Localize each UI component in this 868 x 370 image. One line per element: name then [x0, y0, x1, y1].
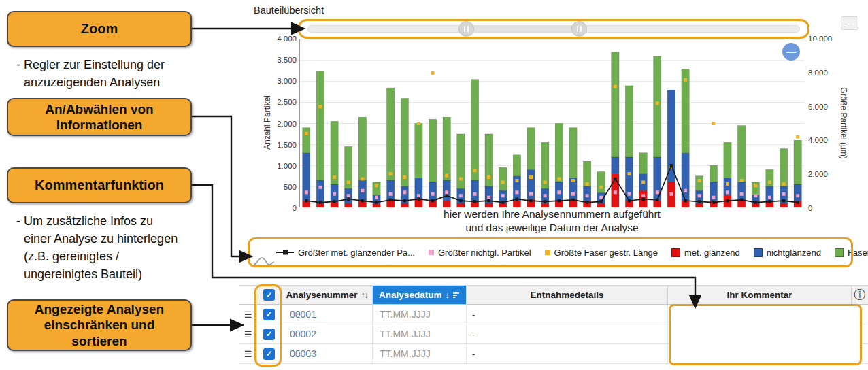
green-bar-swatch	[835, 248, 844, 257]
analysis-details: -	[467, 305, 668, 324]
legend-item-groesste-faser[interactable]: Größte Faser gestr. Länge	[545, 248, 658, 258]
row-drag-handle[interactable]: ☰	[239, 305, 257, 324]
callout-restrict-sort: Angezeigte Analysen einschränken und sor…	[7, 299, 192, 351]
column-header-analysenummer[interactable]: Analysenummer ↑↓	[282, 286, 373, 304]
table-row: ☰ ✓ 00001 TT.MM.JJJJ -	[239, 305, 868, 324]
row-checkbox[interactable]: ✓	[263, 348, 275, 360]
legend-item-nichtglaenzend[interactable]: nichtglänzend	[754, 248, 821, 258]
comment-note: - Um zusätzliche Infos zu einer Analyse …	[16, 212, 178, 283]
row-checkbox[interactable]: ✓	[263, 329, 275, 340]
y-axis-right-title: Größe Partikel (µm)	[839, 55, 848, 191]
callout-comment: Kommentarfunktion	[7, 167, 192, 203]
callout-zoom: Zoom	[7, 11, 192, 47]
chart-legend: Größter met. glänzender Pa... Größter ni…	[248, 237, 853, 267]
chart-zoom-out-button[interactable]: —	[782, 43, 800, 61]
arrow-toggle-info	[192, 116, 239, 256]
analysis-date: TT.MM.JJJJ	[373, 305, 467, 324]
check-icon: ✓	[265, 290, 272, 300]
row-checkbox-cell: ✓	[257, 305, 282, 324]
distribution-curve-icon	[253, 256, 275, 267]
info-cell: ⓘ	[852, 286, 868, 304]
analysis-number[interactable]: 00002	[282, 324, 373, 343]
zoom-slider-selected-range[interactable]	[467, 26, 580, 32]
y-axis-left-ticks: 4.000 3.500 3.000 2.500 2.000 1.500 1.00…	[269, 35, 297, 212]
sort-toggle-icon: ↑↓	[361, 290, 368, 300]
x-axis-note-line1: hier werden Ihre Analysennummern aufgefü…	[299, 208, 805, 220]
row-info-cell	[852, 324, 868, 343]
analysis-date: TT.MM.JJJJ	[373, 324, 467, 343]
comment-cell[interactable]	[668, 344, 852, 363]
analysis-table: ✓ Analysenummer ↑↓ Analysedatum ↓ Entnah…	[239, 285, 868, 364]
comment-cell[interactable]	[668, 324, 852, 343]
analysis-number[interactable]: 00001	[282, 305, 373, 324]
x-axis-note-line2: und das jeweilige Datum der Analyse	[299, 222, 805, 234]
screenshot-root: Zoom - Regler zur Einstellung der anzuze…	[0, 0, 868, 370]
analysis-details: -	[467, 324, 668, 343]
sort-descending-icon: ↓	[445, 290, 450, 300]
row-info-cell	[852, 344, 868, 363]
panel-collapse-button[interactable]: —	[841, 16, 858, 30]
table-row: ☰ ✓ 00002 TT.MM.JJJJ -	[239, 324, 868, 344]
analysis-details: -	[467, 344, 668, 363]
y-axis-left-title: Anzahl Partikel	[263, 54, 272, 190]
select-all-checkbox[interactable]: ✓	[263, 289, 275, 301]
stacked-bar-chart	[299, 39, 805, 207]
yellow-marker-swatch	[545, 250, 550, 255]
pink-marker-swatch	[429, 250, 434, 255]
column-header-entnahmedetails[interactable]: Entnahmedetails	[467, 286, 668, 304]
column-header-analysedatum[interactable]: Analysedatum ↓	[373, 286, 467, 304]
blue-bar-swatch	[754, 248, 763, 257]
legend-item-groesster-met-glaenzender[interactable]: Größter met. glänzender Pa...	[276, 248, 415, 258]
callout-toggle-info: An/Abwählen von Informationen	[7, 98, 192, 136]
y-axis-right-ticks: 10.000 8.000 6.000 4.000 2.000 0	[808, 35, 839, 212]
row-checkbox-cell: ✓	[257, 324, 282, 343]
row-checkbox-cell: ✓	[257, 344, 282, 363]
analysis-number[interactable]: 00003	[282, 344, 373, 363]
zoom-slider-handle-left[interactable]	[458, 21, 474, 37]
line-marker-swatch	[276, 249, 294, 256]
table-row: ☰ ✓ 00003 TT.MM.JJJJ -	[239, 344, 868, 364]
row-checkbox[interactable]: ✓	[263, 309, 275, 320]
table-header-row: ✓ Analysenummer ↑↓ Analysedatum ↓ Entnah…	[239, 285, 868, 305]
check-icon: ✓	[265, 329, 272, 339]
check-icon: ✓	[265, 309, 272, 319]
menu-column-header	[239, 286, 257, 304]
panel-title: Bauteilübersicht	[254, 5, 324, 16]
callout-zoom-title: Zoom	[81, 20, 118, 37]
zoom-note: - Regler zur Einstellung der anzuzeigend…	[16, 56, 165, 91]
row-drag-handle[interactable]: ☰	[239, 324, 257, 343]
info-icon[interactable]: ⓘ	[854, 287, 866, 303]
legend-item-fasern[interactable]: Fasern	[835, 248, 868, 258]
comment-cell[interactable]	[668, 305, 852, 324]
row-drag-handle[interactable]: ☰	[239, 344, 257, 363]
analysis-date: TT.MM.JJJJ	[373, 344, 467, 363]
legend-item-met-glaenzend[interactable]: met. glänzend	[671, 248, 740, 258]
column-header-kommentar[interactable]: Ihr Kommentar	[668, 286, 852, 304]
sort-bars-icon	[453, 292, 460, 299]
select-all-cell: ✓	[257, 286, 282, 304]
red-bar-swatch	[671, 248, 680, 257]
check-icon: ✓	[265, 349, 272, 358]
zoom-slider-handle-right[interactable]	[571, 21, 587, 37]
legend-item-groesster-nichtgl-partikel[interactable]: Größter nichtgl. Partikel	[429, 248, 531, 258]
row-info-cell	[852, 305, 868, 324]
